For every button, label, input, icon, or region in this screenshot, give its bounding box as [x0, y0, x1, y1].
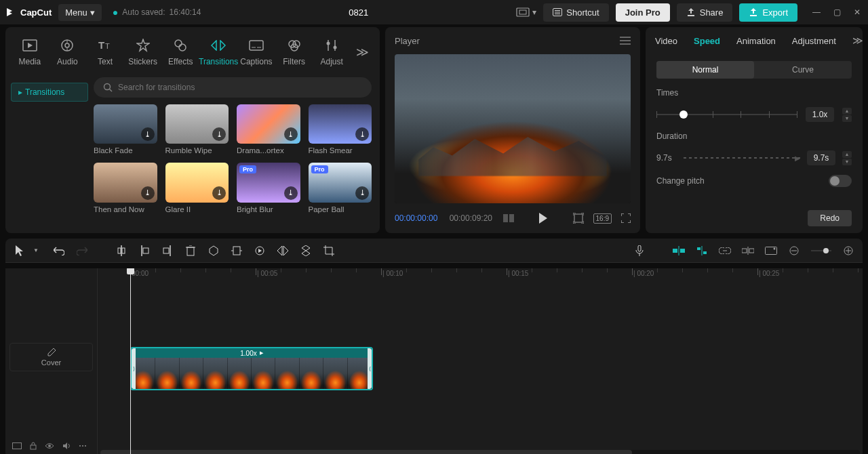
stepper-up-icon[interactable]: ▲ [842, 108, 852, 115]
shortcut-button[interactable]: Shortcut [543, 3, 608, 22]
menu-button[interactable]: Menu ▾ [58, 4, 102, 21]
align-icon[interactable] [742, 245, 754, 257]
track-lock-icon[interactable] [30, 442, 37, 450]
zoom-in-icon[interactable] [842, 245, 854, 257]
export-button[interactable]: Export [739, 3, 797, 22]
transition-item[interactable]: ⤓Drama...ortex [237, 104, 300, 154]
transition-item[interactable]: ⤓Then and Now [94, 163, 157, 213]
share-button[interactable]: Share [677, 3, 733, 22]
cover-button[interactable]: Cover [9, 343, 93, 371]
times-slider[interactable] [656, 114, 797, 115]
download-icon[interactable]: ⤓ [141, 186, 155, 200]
transition-item[interactable]: Pro⤓Paper Ball [309, 163, 372, 213]
zoom-out-icon[interactable] [788, 245, 800, 257]
pointer-tool-icon[interactable] [14, 245, 26, 257]
delete-right-icon[interactable] [161, 245, 174, 257]
delete-left-icon[interactable] [138, 245, 151, 257]
mode-normal[interactable]: Normal [656, 61, 754, 79]
crop-mask-icon[interactable] [208, 245, 220, 257]
tab-text[interactable]: TTText [86, 30, 124, 74]
tab-captions[interactable]: Captions [237, 30, 275, 74]
download-icon[interactable]: ⤓ [212, 127, 226, 141]
delete-icon[interactable] [184, 245, 197, 257]
duration-stepper[interactable]: ▲▼ [842, 151, 852, 165]
transition-item[interactable]: ⤓Glare II [165, 163, 229, 213]
split-icon[interactable] [115, 245, 127, 257]
transition-item[interactable]: ⤓Rumble Wipe [165, 104, 229, 154]
timeline-ruler[interactable]: 00:00| 00:05| 00:10| 00:15| 00:20| 00:25… [98, 268, 863, 282]
track-more-icon[interactable]: ⋯ [79, 441, 87, 451]
pointer-dropdown-icon[interactable]: ▼ [30, 245, 42, 257]
player-viewport[interactable] [395, 54, 631, 203]
stepper-down-icon[interactable]: ▼ [842, 115, 852, 122]
times-slider-knob[interactable] [679, 110, 688, 119]
duration-slider[interactable]: ▶ [684, 157, 800, 159]
mirror-icon[interactable] [277, 245, 289, 257]
aspect-button[interactable]: ▾ [516, 7, 536, 17]
undo-icon[interactable] [53, 245, 65, 257]
tab-transitions[interactable]: Transitions [199, 30, 237, 74]
inspector-more-icon[interactable]: ≫ [852, 35, 863, 47]
transition-thumb[interactable]: ⤓ [94, 163, 157, 202]
speed-mode-segment[interactable]: NormalCurve [656, 61, 852, 79]
clip-handle-left[interactable]: ⟩ [132, 348, 136, 389]
redo-button[interactable]: Redo [808, 210, 852, 226]
transition-thumb[interactable]: ⤓ [165, 163, 229, 202]
player-menu-icon[interactable] [620, 37, 631, 45]
download-icon[interactable]: ⤓ [355, 127, 369, 141]
transition-item[interactable]: ⤓Flash Smear [309, 104, 372, 154]
fullscreen-icon[interactable] [621, 213, 631, 223]
sidebar-item-transitions[interactable]: ▸ Transitions [11, 83, 88, 102]
transition-thumb[interactable]: Pro⤓ [237, 163, 300, 202]
video-clip[interactable]: 1.00x ▶ ⟩ ⟨ [130, 347, 373, 390]
track-mute-icon[interactable] [62, 442, 71, 450]
link-icon[interactable] [719, 245, 731, 257]
change-pitch-toggle[interactable] [829, 175, 852, 187]
transition-thumb[interactable]: ⤓ [309, 104, 372, 144]
timeline-body[interactable]: 00:00| 00:05| 00:10| 00:15| 00:20| 00:25… [98, 268, 863, 454]
freeze-icon[interactable] [231, 245, 243, 257]
transition-thumb[interactable]: Pro⤓ [309, 163, 372, 202]
stepper-down-icon[interactable]: ▼ [842, 159, 852, 165]
inspector-tab-speed[interactable]: Speed [694, 36, 720, 46]
close-button[interactable]: ✕ [852, 7, 863, 17]
transition-item[interactable]: Pro⤓Bright Blur [237, 163, 300, 213]
clip-handle-right[interactable]: ⟨ [368, 348, 372, 389]
download-icon[interactable]: ⤓ [141, 127, 155, 141]
minimize-button[interactable]: — [811, 7, 822, 17]
scrollbar-thumb[interactable] [100, 450, 632, 454]
magnet-track-icon[interactable] [696, 245, 708, 257]
join-pro-button[interactable]: Join Pro [616, 3, 670, 22]
reverse-icon[interactable] [254, 245, 266, 257]
zoom-fit-icon[interactable] [573, 213, 584, 224]
playhead[interactable] [130, 268, 131, 454]
times-stepper[interactable]: ▲▼ [842, 108, 852, 122]
transition-thumb[interactable]: ⤓ [165, 104, 229, 144]
tab-effects[interactable]: Effects [162, 30, 200, 74]
track-collapse-icon[interactable] [12, 442, 22, 449]
transition-thumb[interactable]: ⤓ [94, 104, 157, 144]
tab-audio[interactable]: Audio [49, 30, 87, 74]
mode-curve[interactable]: Curve [754, 61, 852, 79]
download-icon[interactable]: ⤓ [212, 186, 226, 200]
mic-icon[interactable] [633, 245, 646, 257]
tab-media[interactable]: Media [11, 30, 49, 74]
inspector-tab-animation[interactable]: Animation [736, 36, 776, 46]
search-input[interactable] [118, 83, 362, 92]
inspector-tab-video[interactable]: Video [655, 36, 677, 46]
maximize-button[interactable]: ▢ [831, 7, 842, 17]
play-button[interactable] [538, 213, 548, 224]
download-icon[interactable]: ⤓ [284, 127, 298, 141]
preview-render-icon[interactable] [765, 245, 777, 257]
transition-thumb[interactable]: ⤓ [237, 104, 300, 144]
tab-filters[interactable]: Filters [275, 30, 313, 74]
transition-item[interactable]: ⤓Black Fade [94, 104, 157, 154]
rotate-icon[interactable] [300, 245, 312, 257]
download-icon[interactable]: ⤓ [284, 186, 298, 200]
download-icon[interactable]: ⤓ [355, 186, 369, 200]
aspect-badge[interactable]: 16:9 [593, 213, 612, 224]
stepper-up-icon[interactable]: ▲ [842, 151, 852, 158]
search-bar[interactable] [94, 77, 372, 98]
redo-icon[interactable] [76, 245, 88, 257]
inspector-tab-adjustment[interactable]: Adjustment [792, 36, 836, 46]
